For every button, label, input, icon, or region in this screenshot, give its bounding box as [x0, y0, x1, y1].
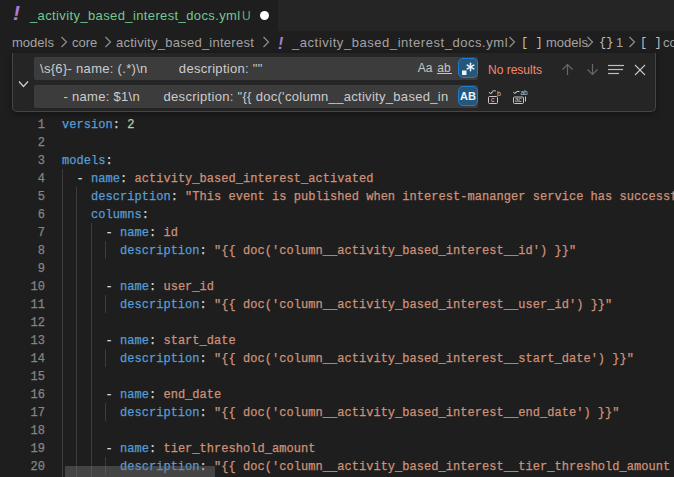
svg-text:ac: ac — [515, 96, 523, 103]
svg-text:b: b — [497, 90, 501, 97]
svg-text:ab: ab — [521, 89, 529, 96]
svg-text:c: c — [491, 96, 495, 103]
